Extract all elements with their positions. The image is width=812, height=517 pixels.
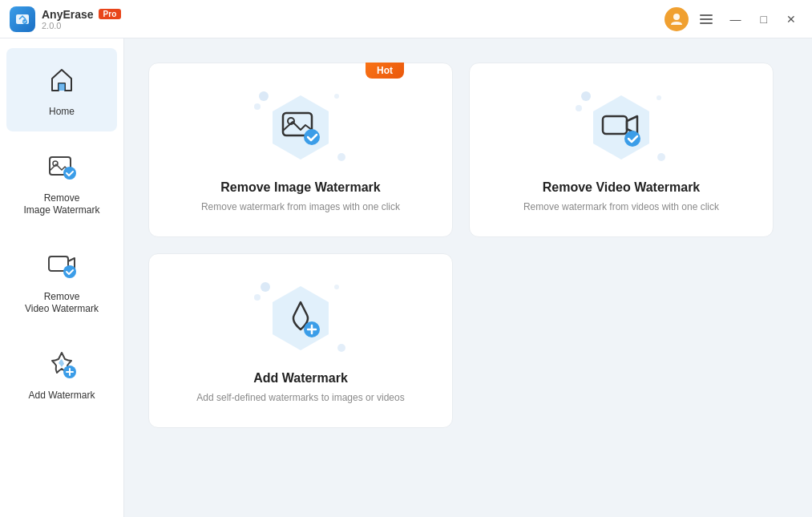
card-add-watermark-title: Add Watermark bbox=[253, 371, 348, 386]
svg-point-2 bbox=[673, 14, 680, 20]
close-button[interactable]: ✕ bbox=[780, 10, 802, 29]
sidebar-item-remove-video[interactable]: RemoveVideo Watermark bbox=[6, 233, 117, 329]
sidebar-item-home[interactable]: Home bbox=[6, 48, 117, 131]
app-name-wrap: AnyErase Pro 2.0.0 bbox=[42, 8, 121, 30]
titlebar-left: AnyErase Pro 2.0.0 bbox=[10, 6, 121, 32]
hot-badge: Hot bbox=[366, 63, 404, 79]
card-remove-image-title: Remove Image Watermark bbox=[220, 180, 381, 195]
sidebar: Home RemoveImage Watermark bbox=[0, 38, 124, 517]
svg-point-9 bbox=[63, 167, 76, 180]
card-remove-video-desc: Remove watermark from videos with one cl… bbox=[523, 201, 719, 212]
titlebar: AnyErase Pro 2.0.0 — □ ✕ bbox=[0, 0, 812, 38]
sidebar-remove-image-label: RemoveImage Watermark bbox=[24, 192, 100, 217]
app-version: 2.0.0 bbox=[42, 21, 121, 30]
add-watermark-icon bbox=[42, 345, 81, 383]
card-remove-image-desc: Remove watermark from images with one cl… bbox=[201, 201, 400, 212]
card-remove-image[interactable]: Hot bbox=[148, 63, 453, 237]
svg-rect-20 bbox=[603, 116, 627, 134]
cards-grid: Hot bbox=[148, 63, 774, 428]
card-add-watermark-desc: Add self-defined watermarks to images or… bbox=[196, 392, 404, 403]
pro-badge: Pro bbox=[99, 9, 122, 19]
remove-video-icon bbox=[42, 246, 81, 285]
svg-rect-3 bbox=[700, 14, 713, 16]
svg-rect-5 bbox=[700, 22, 713, 24]
titlebar-right: — □ ✕ bbox=[665, 7, 802, 31]
maximize-button[interactable]: □ bbox=[754, 10, 774, 29]
svg-point-18 bbox=[304, 129, 320, 145]
sidebar-home-label: Home bbox=[49, 106, 75, 119]
sidebar-item-remove-image[interactable]: RemoveImage Watermark bbox=[6, 135, 117, 230]
main-layout: Home RemoveImage Watermark bbox=[0, 38, 812, 517]
card-image-icon-wrap bbox=[252, 87, 349, 168]
home-icon bbox=[42, 61, 81, 99]
svg-point-11 bbox=[63, 265, 76, 278]
minimize-button[interactable]: — bbox=[724, 10, 748, 29]
svg-point-21 bbox=[624, 131, 640, 147]
svg-rect-6 bbox=[59, 83, 65, 91]
app-title: AnyErase bbox=[42, 8, 94, 21]
card-remove-video-title: Remove Video Watermark bbox=[543, 180, 701, 195]
sidebar-remove-video-label: RemoveVideo Watermark bbox=[25, 291, 99, 316]
card-remove-video[interactable]: Remove Video Watermark Remove watermark … bbox=[469, 63, 774, 237]
card-add-watermark[interactable]: Add Watermark Add self-defined watermark… bbox=[148, 253, 453, 428]
svg-rect-4 bbox=[700, 18, 713, 20]
card-add-icon-wrap bbox=[252, 278, 349, 358]
remove-image-icon bbox=[42, 147, 81, 186]
sidebar-item-add-watermark[interactable]: Add Watermark bbox=[6, 332, 117, 415]
sidebar-add-watermark-label: Add Watermark bbox=[29, 390, 95, 402]
app-icon bbox=[10, 6, 35, 32]
menu-button[interactable] bbox=[695, 9, 717, 30]
avatar-button[interactable] bbox=[665, 7, 689, 31]
content-area: Hot bbox=[124, 38, 812, 517]
card-video-icon-wrap bbox=[573, 87, 669, 168]
